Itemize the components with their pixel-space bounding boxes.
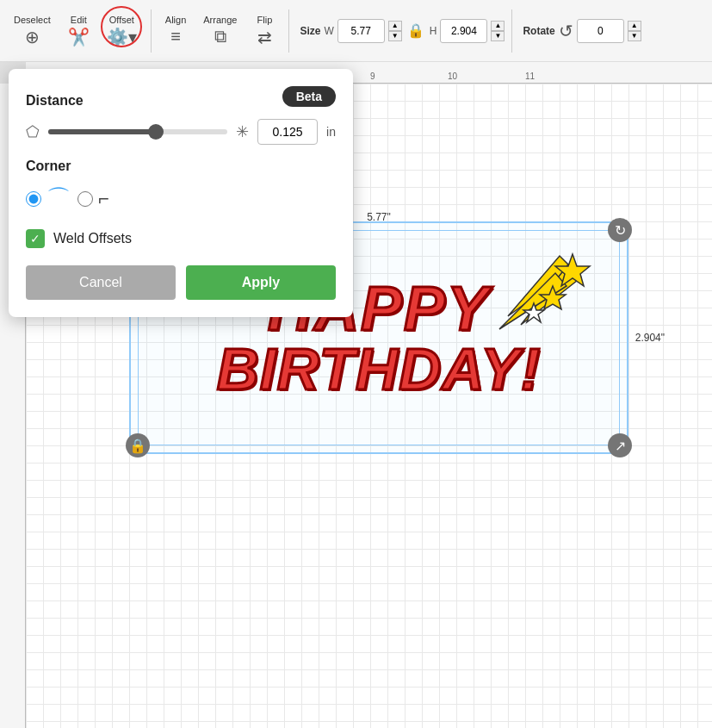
dim-width-label: 5.77" (367, 211, 391, 223)
flip-icon: ⇄ (257, 27, 272, 47)
divider-2 (288, 9, 289, 53)
offset-popup: Beta Distance ⬠ ✳ in Corner ⌒ ⌐ ✓ Weld O (9, 69, 353, 317)
main-toolbar: Deselect ⊕ Edit ✂️ Offset ⚙️▾ Align ≡ Ar… (0, 0, 712, 62)
button-row: Cancel Apply (26, 265, 336, 300)
deselect-icon: ⊕ (25, 27, 40, 47)
align-button[interactable]: Align ≡ (158, 11, 193, 50)
rotate-down[interactable]: ▼ (628, 31, 641, 41)
rotate-spinner[interactable]: ▲ ▼ (628, 21, 641, 41)
offset-icon: ⚙️▾ (107, 27, 137, 47)
corner-section: Corner ⌒ ⌐ (26, 159, 336, 215)
slider-thumb[interactable] (148, 124, 164, 140)
corner-options: ⌒ ⌐ (26, 183, 336, 215)
dim-height-label: 2.904" (635, 332, 665, 344)
apply-button[interactable]: Apply (186, 265, 336, 300)
stars-decoration (491, 239, 603, 351)
size-h-spinner[interactable]: ▲ ▼ (491, 21, 505, 41)
arrange-icon: ⧉ (214, 27, 226, 47)
beta-badge: Beta (282, 86, 336, 107)
ruler-mark-9: 9 (370, 72, 375, 81)
distance-slider-row: ⬠ ✳ in (26, 119, 336, 145)
ruler-mark-10: 10 (448, 72, 457, 81)
deselect-button[interactable]: Deselect ⊕ (7, 11, 58, 51)
divider-3 (511, 9, 512, 53)
divider-1 (151, 9, 152, 53)
rotate-group: Rotate ↺ ▲ ▼ (523, 19, 641, 43)
weld-label: Weld Offsets (53, 231, 132, 246)
cancel-button[interactable]: Cancel (26, 265, 176, 300)
size-w-down[interactable]: ▼ (388, 31, 402, 41)
align-icon: ≡ (170, 27, 181, 47)
slider-fill (48, 129, 156, 134)
size-h-down[interactable]: ▼ (491, 31, 505, 41)
round-corner-radio[interactable] (26, 191, 41, 207)
size-height-input[interactable] (440, 19, 487, 43)
size-group: Size W ▲ ▼ 🔒 H ▲ ▼ (300, 19, 505, 43)
round-corner-option[interactable]: ⌒ (26, 183, 71, 215)
weld-row: ✓ Weld Offsets (26, 229, 336, 248)
offset-button[interactable]: Offset ⚙️▾ (100, 11, 144, 51)
size-w-spinner[interactable]: ▲ ▼ (388, 21, 402, 41)
distance-input[interactable] (257, 119, 318, 145)
square-corner-radio[interactable] (77, 191, 93, 207)
size-h-up[interactable]: ▲ (491, 21, 505, 31)
polygon-large-icon: ✳ (236, 122, 249, 141)
flip-button[interactable]: Flip ⇄ (247, 11, 282, 51)
edit-icon: ✂️ (68, 27, 90, 47)
polygon-small-icon: ⬠ (26, 122, 40, 141)
ruler-mark-11: 11 (525, 72, 535, 81)
square-corner-icon: ⌐ (98, 188, 109, 210)
corner-title: Corner (26, 159, 336, 174)
size-w-up[interactable]: ▲ (388, 21, 402, 31)
distance-slider[interactable] (48, 129, 227, 134)
round-corner-icon: ⌒ (46, 183, 71, 215)
size-width-input[interactable] (337, 19, 385, 43)
rotate-up[interactable]: ▲ (628, 21, 641, 31)
edit-button[interactable]: Edit ✂️ (61, 11, 96, 51)
rotate-input[interactable] (577, 19, 624, 43)
weld-checkbox[interactable]: ✓ (26, 229, 45, 248)
lock-icon[interactable]: 🔒 (407, 22, 424, 39)
rotate-icon: ↺ (559, 21, 573, 41)
square-corner-option[interactable]: ⌐ (77, 188, 109, 210)
arrange-button[interactable]: Arrange ⧉ (196, 11, 244, 50)
unit-label: in (326, 125, 336, 139)
